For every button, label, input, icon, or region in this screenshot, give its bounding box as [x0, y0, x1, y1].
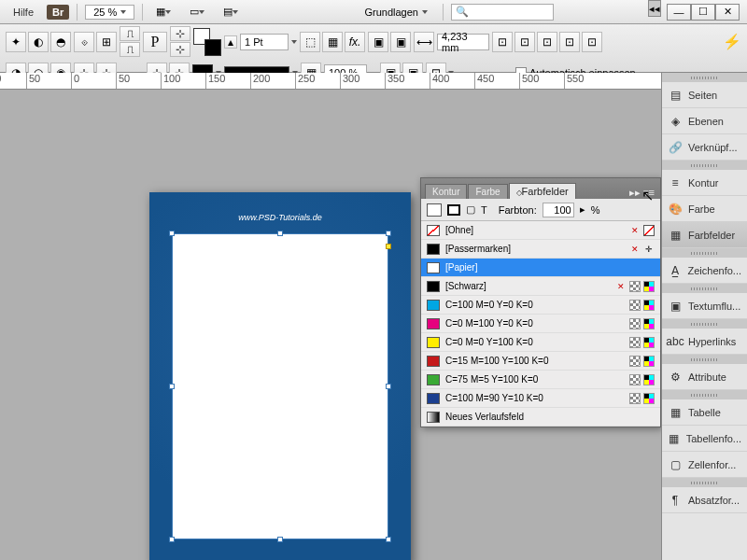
- zoom-level[interactable]: 25 %: [85, 5, 134, 20]
- minimize-button[interactable]: —: [667, 4, 691, 21]
- dock-button-attribute[interactable]: ⚙Attribute: [662, 364, 747, 390]
- dock-button-absatzfor[interactable]: ¶Absatzfor...: [662, 487, 747, 513]
- tool-btn[interactable]: ⬚: [300, 32, 320, 52]
- cmyk-icon: [643, 318, 655, 329]
- dock-button-zeichenfo[interactable]: A̲Zeichenfo...: [662, 258, 747, 284]
- dock-label: Absatzfor...: [688, 495, 740, 506]
- tool-btn[interactable]: ⊹: [170, 26, 190, 41]
- tool-btn[interactable]: ⊡: [492, 32, 513, 52]
- view-options-button[interactable]: ▦: [150, 3, 176, 21]
- tool-btn[interactable]: ⊡: [537, 32, 557, 52]
- chevron-down-icon[interactable]: [291, 40, 297, 44]
- tint-input[interactable]: [543, 203, 574, 217]
- dock-button-textumflu[interactable]: ▣Textumflu...: [662, 293, 747, 319]
- process-icon: [629, 356, 641, 367]
- dock-label: Farbe: [688, 203, 715, 215]
- swatch-chip: [427, 225, 440, 236]
- close-button[interactable]: ✕: [715, 4, 740, 21]
- arrange-button[interactable]: ▤: [218, 3, 244, 21]
- tool-btn[interactable]: ⎍: [120, 26, 140, 41]
- swatch-row[interactable]: C=100 M=0 Y=0 K=0: [421, 296, 660, 315]
- quick-apply-icon[interactable]: ⚡: [723, 33, 741, 50]
- tool-btn[interactable]: ⊡: [559, 32, 580, 52]
- swatch-name: C=0 M=0 Y=100 K=0: [445, 337, 624, 347]
- text-icon[interactable]: T: [481, 204, 487, 216]
- tool-btn[interactable]: ▦: [322, 32, 343, 52]
- dock-button-seiten[interactable]: ▤Seiten: [662, 82, 747, 108]
- tool-btn[interactable]: ⟷: [414, 32, 434, 52]
- tool-btn[interactable]: ⟐: [74, 32, 94, 52]
- tint-unit: %: [591, 204, 600, 216]
- swatch-row[interactable]: [Schwarz]✕: [421, 277, 660, 296]
- tool-btn[interactable]: ⊡: [514, 32, 535, 52]
- swatch-name: [Schwarz]: [445, 281, 610, 291]
- tab-farbfelder[interactable]: ◇Farbfelder: [509, 183, 576, 199]
- width-input[interactable]: 4,233 mm: [437, 34, 489, 50]
- maximize-button[interactable]: ☐: [691, 4, 715, 21]
- dock-button-farbfelder[interactable]: ▦Farbfelder: [662, 222, 747, 248]
- help-menu[interactable]: Hilfe: [7, 5, 39, 20]
- tint-slider-icon[interactable]: ▸: [580, 203, 585, 216]
- workspace-switcher[interactable]: Grundlagen: [357, 5, 435, 20]
- dock-button-farbe[interactable]: 🎨Farbe: [662, 196, 747, 222]
- control-panel: ✦ ◐ ◓ ⟐ ⊞ ⎍ ⎍ P ⊹ ⊹ ▴ 1 Pt ⬚ ▦ fx. ▣ ▣ ⟷…: [0, 24, 747, 73]
- cmyk-icon: [643, 374, 655, 385]
- tab-kontur[interactable]: Kontur: [425, 184, 467, 199]
- process-icon: [629, 337, 641, 348]
- screen-mode-button[interactable]: ▭: [184, 3, 210, 21]
- tool-btn[interactable]: ⎍: [120, 42, 140, 57]
- dock-button-tabellenfo[interactable]: ▦Tabellenfo...: [662, 426, 747, 452]
- swatch-row[interactable]: C=100 M=90 Y=10 K=0: [421, 389, 660, 408]
- dock-button-ebenen[interactable]: ◈Ebenen: [662, 108, 747, 134]
- swatch-row[interactable]: [Passermarken]✕✛: [421, 240, 660, 259]
- dock-button-kontur[interactable]: ≡Kontur: [662, 170, 747, 196]
- tool-btn[interactable]: ◐: [28, 32, 49, 52]
- swatch-row[interactable]: C=0 M=0 Y=100 K=0: [421, 333, 660, 352]
- swatch-row[interactable]: C=75 M=5 Y=100 K=0: [421, 371, 660, 389]
- cellstyle-icon: ▢: [668, 458, 683, 471]
- stroke-proxy[interactable]: [447, 204, 460, 216]
- swatch-row[interactable]: [Papier]: [421, 259, 660, 277]
- fill-proxy[interactable]: [427, 203, 442, 217]
- swatch-chip: [427, 337, 440, 348]
- swatch-name: [Passermarken]: [445, 244, 624, 254]
- tool-btn[interactable]: ◓: [50, 32, 71, 52]
- swatch-row[interactable]: C=15 M=100 Y=100 K=0: [421, 352, 660, 371]
- swatch-name: [Ohne]: [445, 225, 624, 235]
- tool-btn[interactable]: ▣: [390, 32, 411, 52]
- char-icon: A̲: [668, 264, 683, 277]
- stepper-up[interactable]: ▴: [224, 35, 237, 49]
- tool-btn[interactable]: ⊞: [96, 32, 117, 52]
- dock-collapse-tab[interactable]: ◂◂: [648, 0, 661, 17]
- search-input[interactable]: 🔍: [451, 4, 554, 21]
- tool-btn[interactable]: ▣: [368, 32, 388, 52]
- dock-button-tabelle[interactable]: ▦Tabelle: [662, 399, 747, 426]
- tool-btn[interactable]: ✦: [6, 32, 26, 52]
- dock-label: Tabelle: [688, 407, 721, 418]
- dock-button-verknpf[interactable]: 🔗Verknüpf...: [662, 134, 747, 161]
- container-icon[interactable]: ▢: [466, 203, 475, 216]
- panel-collapse-icon[interactable]: ▸▸: [629, 187, 641, 199]
- dock-label: Farbfelder: [688, 230, 735, 241]
- stroke-weight-input[interactable]: 1 Pt: [240, 34, 289, 50]
- document-page[interactable]: www.PSD-Tutorials.de: [149, 192, 411, 560]
- tab-farbe[interactable]: Farbe: [468, 184, 507, 199]
- swatch-row[interactable]: [Ohne]✕: [421, 221, 660, 240]
- swatch-row[interactable]: Neues Verlaufsfeld: [421, 408, 660, 427]
- paragraph-button[interactable]: P: [143, 32, 167, 52]
- bridge-button[interactable]: Br: [47, 5, 69, 20]
- swatch-chip: [427, 281, 440, 292]
- dock-button-hyperlinks[interactable]: abcHyperlinks: [662, 329, 747, 355]
- chevron-down-icon: [422, 10, 428, 14]
- dock-label: Hyperlinks: [688, 336, 736, 347]
- stroke-swatch[interactable]: [204, 39, 221, 56]
- swatch-name: C=75 M=5 Y=100 K=0: [445, 374, 624, 385]
- dock-button-zellenfor[interactable]: ▢Zellenfor...: [662, 452, 747, 478]
- tool-btn[interactable]: ⊡: [582, 32, 602, 52]
- swatch-row[interactable]: C=0 M=100 Y=0 K=0: [421, 315, 660, 333]
- tool-btn[interactable]: ⊹: [170, 42, 190, 57]
- fx-button[interactable]: fx.: [345, 32, 365, 52]
- locked-icon: ✕: [629, 225, 641, 236]
- selected-frame[interactable]: [172, 233, 388, 539]
- process-icon: [629, 281, 641, 292]
